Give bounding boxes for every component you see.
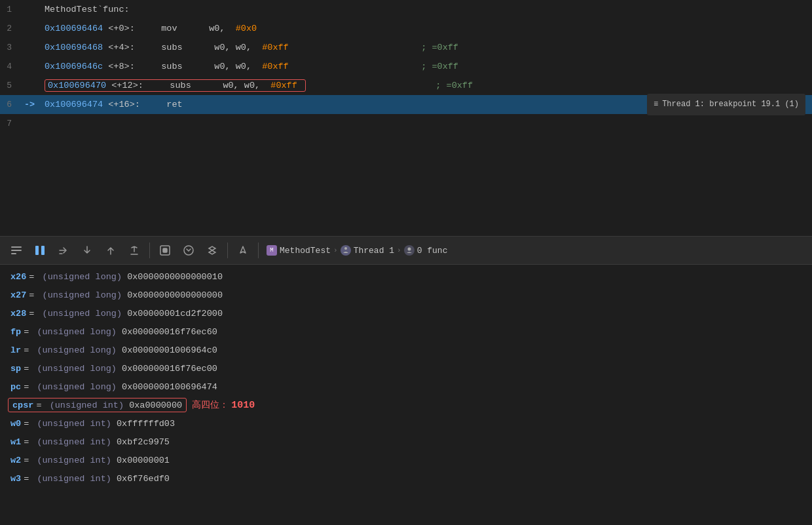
line-number-7: 7 [0, 114, 20, 133]
arrow-1 [20, 0, 39, 19]
code-line-1: 1 MethodTest`func: [0, 0, 812, 19]
imm-2: #0x0 [236, 24, 257, 33]
code-line-4: 4 0x10069646c <+8>: subs w0, w0, #0xff ;… [0, 57, 812, 76]
thread-badge-icon: ≡ [654, 95, 658, 114]
step-over-button[interactable] [52, 240, 75, 261]
line-number-2: 2 [0, 19, 20, 38]
svg-rect-2 [11, 253, 16, 254]
cpsr-annotation-value: 1010 [231, 400, 255, 411]
chevron-2: › [397, 246, 401, 254]
step-into-button[interactable] [76, 240, 98, 261]
var-x28: x28 = (unsigned long) 0x00000001cd2f2000 [0, 304, 812, 322]
line-number-5: 5 [0, 76, 20, 95]
separator-1 [149, 243, 150, 258]
var-w2: w2 = (unsigned int) 0x00000001 [0, 451, 812, 469]
arrow-current: -> [20, 95, 39, 114]
svg-point-8 [344, 247, 347, 250]
breadcrumb-app: MethodTest [280, 246, 331, 256]
addr-2: 0x100696464 [45, 24, 103, 33]
svg-rect-3 [35, 246, 39, 255]
line-number-3: 3 [0, 38, 20, 57]
svg-rect-4 [41, 246, 45, 255]
svg-rect-1 [11, 250, 22, 251]
code-content-3: 0x100696468 <+4>: subs w0, w0, #0xff ; =… [39, 38, 458, 57]
breadcrumb-func: 0 func [417, 246, 448, 256]
play-button[interactable] [29, 240, 51, 261]
breadcrumb: M MethodTest › Thread 1 › 0 func [267, 245, 447, 256]
stack-button[interactable] [201, 240, 223, 261]
arrow-4 [20, 57, 39, 76]
mnemonic-2: mov [161, 24, 177, 33]
chevron-1: › [333, 246, 338, 254]
cpsr-annotation: 高四位： [192, 399, 229, 411]
separator-3 [258, 243, 259, 258]
var-cpsr: cpsr = (unsigned int) 0xa0000000 高四位： 10… [0, 396, 812, 414]
breadcrumb-thread: Thread 1 [354, 246, 394, 256]
return-button[interactable] [123, 240, 145, 261]
svg-rect-6 [163, 248, 167, 252]
func-icon [404, 245, 415, 256]
line-number-4: 4 [0, 57, 20, 76]
step-out-button[interactable] [100, 240, 122, 261]
thread-icon [341, 245, 351, 256]
breakpoints-button[interactable] [154, 240, 176, 261]
line-number-1: 1 [0, 0, 20, 19]
var-fp: fp = (unsigned long) 0x000000016f76ec60 [0, 322, 812, 341]
var-x27: x27 = (unsigned long) 0x0000000000000000 [0, 286, 812, 304]
panel-button[interactable] [5, 240, 28, 261]
code-content-6: 0x100696474 <+16>: ret [39, 95, 183, 114]
toolbar: M MethodTest › Thread 1 › 0 func [0, 236, 812, 265]
var-pc: pc = (unsigned long) 0x0000000100696474 [0, 378, 812, 396]
breakpoint-indicator: 0x100696470 <+12>: subs w0, w0, #0xff [45, 79, 306, 92]
cpsr-highlight-box: cpsr = (unsigned int) 0xa0000000 [8, 398, 187, 412]
reg-2: w0, [209, 24, 225, 33]
code-line-5: 5 0x100696470 <+12>: subs w0, w0, #0xff … [0, 76, 812, 95]
variables-area: x26 = (unsigned long) 0x0000000000000010… [0, 265, 812, 525]
var-lr: lr = (unsigned long) 0x00000001006964c0 [0, 341, 812, 359]
var-x26: x26 = (unsigned long) 0x0000000000000010 [0, 267, 812, 286]
offset-2: <+0>: [108, 24, 135, 33]
var-w1: w1 = (unsigned int) 0xbf2c9975 [0, 433, 812, 451]
thread-badge: ≡ Thread 1: breakpoint 19.1 (1) [647, 94, 805, 115]
arrow-7 [20, 114, 39, 133]
code-area: 1 MethodTest`func: 2 0x100696464 <+0>: m… [0, 0, 812, 236]
arrow-2 [20, 19, 39, 38]
code-line-3: 3 0x100696468 <+4>: subs w0, w0, #0xff ;… [0, 38, 812, 57]
var-sp: sp = (unsigned long) 0x000000016f76ec00 [0, 359, 812, 378]
locate-button[interactable] [232, 240, 254, 261]
separator-2 [227, 243, 228, 258]
code-line-2: 2 0x100696464 <+0>: mov w0, #0x0 [0, 19, 812, 38]
code-content-2: 0x100696464 <+0>: mov w0, #0x0 [39, 19, 257, 38]
svg-rect-0 [11, 246, 22, 248]
arrow-5 [20, 76, 39, 95]
code-line-7: 7 [0, 114, 812, 133]
svg-point-9 [407, 248, 411, 251]
variables-button[interactable] [177, 240, 200, 261]
var-w3: w3 = (unsigned int) 0x6f76edf0 [0, 469, 812, 488]
thread-badge-text: Thread 1: breakpoint 19.1 (1) [662, 95, 799, 114]
code-content-5: 0x100696470 <+12>: subs w0, w0, #0xff ; … [39, 76, 473, 95]
code-content-4: 0x10069646c <+8>: subs w0, w0, #0xff ; =… [39, 57, 458, 76]
var-w0: w0 = (unsigned int) 0xffffffd03 [0, 414, 812, 433]
code-line-6: 6 -> 0x100696474 <+16>: ret ≡ Thread 1: … [0, 95, 812, 114]
arrow-3 [20, 38, 39, 57]
line-number-6: 6 [0, 95, 20, 114]
code-content-1: MethodTest`func: [39, 0, 130, 19]
app-icon: M [267, 245, 277, 256]
